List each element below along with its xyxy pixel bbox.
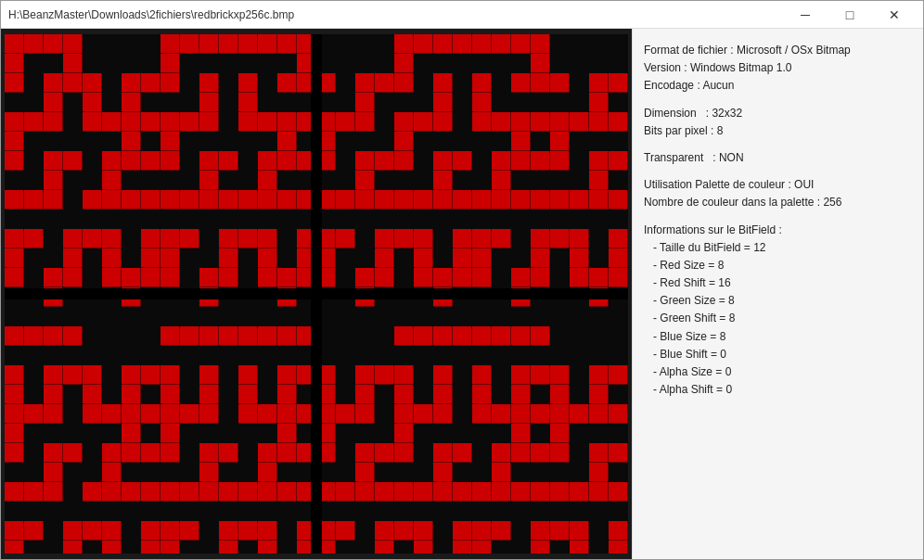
titlebar-controls: ─ □ ✕ [784,1,916,29]
dimension-value: : 32x32 [706,107,742,120]
titlebar: H:\BeanzMaster\Downloads\2fichiers\redbr… [1,1,923,29]
bitfield-item: - Blue Shift = 0 [644,346,912,363]
format-section: Format de fichier : Microsoft / OSx Bitm… [644,42,912,95]
version-line: Version : Windows Bitmap 1.0 [644,59,912,77]
palette-usage-line: Utilisation Palette de couleur : OUI [644,176,912,194]
transparent-value: : NON [712,151,743,164]
encodage-line: Encodage : Aucun [644,77,912,95]
bits-label: Bits par pixel : [644,124,713,137]
format-line: Format de fichier : Microsoft / OSx Bitm… [644,42,912,59]
bits-value: 8 [717,124,724,137]
bitmap-canvas [5,34,628,554]
bitfield-item: - Taille du BitField = 12 [644,239,912,257]
bitfield-item: - Green Shift = 8 [644,310,912,327]
bitfield-title-line: Informations sur le BitField : [644,222,912,239]
info-panel: Format de fichier : Microsoft / OSx Bitm… [632,29,923,559]
bitfield-section: Informations sur le BitField : - Taille … [644,222,912,400]
titlebar-left: H:\BeanzMaster\Downloads\2fichiers\redbr… [8,8,294,21]
dimension-label: Dimension [644,107,697,120]
image-panel [1,29,632,559]
palette-section: Utilisation Palette de couleur : OUI Nom… [644,176,912,211]
dimension-section: Dimension : 32x32 Bits par pixel : 8 [644,105,912,140]
app-window: H:\BeanzMaster\Downloads\2fichiers\redbr… [0,0,924,560]
bitfield-item: - Blue Size = 8 [644,328,912,346]
bitfield-item: - Alpha Size = 0 [644,363,912,381]
transparent-section: Transparent : NON [644,149,912,167]
bitfield-item: - Green Size = 8 [644,292,912,310]
window-title: H:\BeanzMaster\Downloads\2fichiers\redbr… [8,8,294,21]
bits-line: Bits par pixel : 8 [644,122,912,140]
bitfield-item: - Alpha Shift = 0 [644,381,912,399]
close-button[interactable]: ✕ [873,1,916,29]
maximize-button[interactable]: □ [828,1,871,29]
bitfield-items: - Taille du BitField = 12- Red Size = 8-… [644,239,912,400]
content-area: Format de fichier : Microsoft / OSx Bitm… [1,29,923,559]
dimension-line: Dimension : 32x32 [644,105,912,122]
transparent-line: Transparent : NON [644,149,912,167]
transparent-label: Transparent [644,151,703,164]
bitfield-item: - Red Shift = 16 [644,274,912,292]
bitfield-item: - Red Size = 8 [644,257,912,274]
palette-count-line: Nombre de couleur dans la palette : 256 [644,194,912,211]
minimize-button[interactable]: ─ [784,1,827,29]
